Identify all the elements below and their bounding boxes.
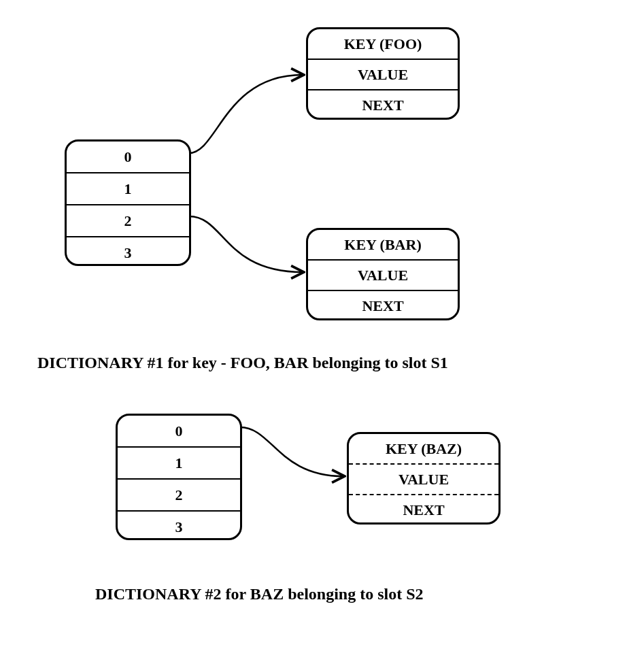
arrow-dict2-0-to-baz — [0, 0, 644, 612]
dict2-caption: DICTIONARY #2 for BAZ belonging to slot … — [95, 585, 424, 603]
